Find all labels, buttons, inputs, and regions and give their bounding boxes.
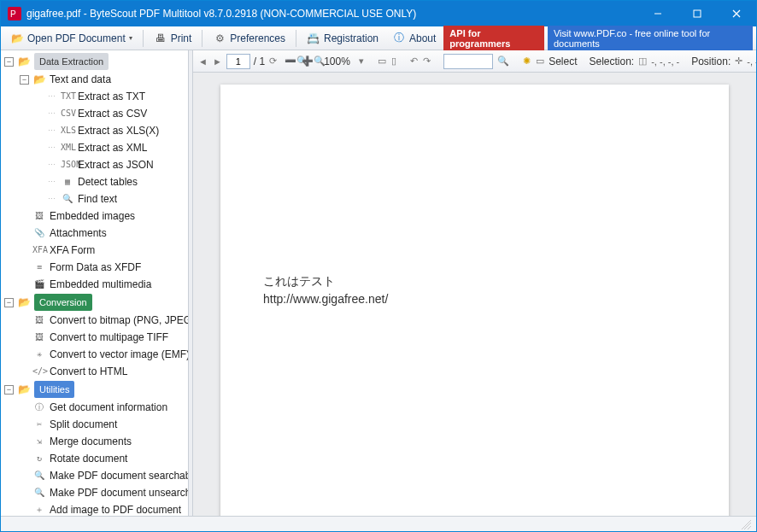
app-window: P gigafree.pdf - ByteScout PDF Multitool… <box>0 0 757 532</box>
document-toolbar: ◄ ► / 1 ⟳ ➖🔍 ➕🔍 100% ▾ ▭ ▯ ↶ ↷ 🔍 <box>193 50 756 73</box>
tree-item-convert-emf[interactable]: ✳Convert to vector image (EMF) <box>16 346 188 363</box>
find-button[interactable]: 🔍 <box>496 55 510 68</box>
open-pdf-button[interactable]: 📂 Open PDF Document ▾ <box>4 29 138 48</box>
maximize-button[interactable] <box>678 1 717 26</box>
tree-item-extract-json[interactable]: ⋯JSONExtract as JSON <box>32 156 188 173</box>
rotate-right-button[interactable]: ↷ <box>422 55 431 68</box>
tree-subcat-text-and-data[interactable]: − 📂 Text and data <box>16 71 188 88</box>
about-button[interactable]: ⓘ About <box>386 29 442 48</box>
xls-icon: XLS <box>61 123 74 138</box>
tree-item-detect-tables[interactable]: ⋯▦Detect tables <box>32 173 188 190</box>
print-icon: 🖶 <box>154 32 167 45</box>
category-label: Utilities <box>34 381 74 398</box>
document-viewport[interactable]: これはテスト http://www.gigafree.net/ 体的にテスト <box>193 73 756 516</box>
category-label: Conversion <box>34 294 92 311</box>
tree-item-extract-csv[interactable]: ⋯CSVExtract as CSV <box>32 105 188 122</box>
selection-mode-button[interactable]: ◫ <box>637 55 648 68</box>
next-page-button[interactable]: ► <box>212 55 223 68</box>
info-icon: ⓘ <box>32 400 46 415</box>
tree-item-embedded-multimedia[interactable]: 🎬Embedded multimedia <box>16 276 188 293</box>
tree-item-split[interactable]: ✂Split document <box>16 416 188 433</box>
tree-item-embedded-images[interactable]: 🖼Embedded images <box>16 208 188 225</box>
info-icon: ⓘ <box>392 32 406 45</box>
svg-rect-3 <box>694 10 701 17</box>
select-label: Select <box>549 56 577 67</box>
merge-icon: ⇲ <box>32 434 46 449</box>
selection-value: -, -, -, - <box>651 56 679 67</box>
split-icon: ✂ <box>32 417 46 432</box>
print-button[interactable]: 🖶 Print <box>148 29 198 48</box>
fit-width-button[interactable]: ▯ <box>390 55 397 68</box>
tree-item-make-unsearchable[interactable]: 🔍Make PDF document unsearchable <box>16 484 188 501</box>
folder-icon: 📂 <box>32 72 46 87</box>
highlight-button[interactable]: ✺ <box>522 55 531 68</box>
position-label: Position: <box>691 56 731 67</box>
tree-category-utilities[interactable]: − 📂 Utilities <box>1 380 188 399</box>
zoom-value: 100% <box>324 56 355 67</box>
doc-line-1: これはテスト <box>263 272 686 290</box>
resize-grip[interactable] <box>741 519 751 529</box>
selection-label: Selection: <box>589 56 634 67</box>
tiff-icon: 🖼 <box>32 330 46 345</box>
searchable-icon: 🔍 <box>32 468 46 483</box>
collapse-icon[interactable]: − <box>4 385 14 395</box>
sidebar: − 📂 Data Extraction − 📂 Text and data <box>1 50 189 516</box>
dropdown-arrow-icon: ▾ <box>129 34 132 42</box>
search-icon: 🔍 <box>61 191 74 207</box>
tree-item-convert-tiff[interactable]: 🖼Convert to multipage TIFF <box>16 329 188 346</box>
collapse-icon[interactable]: − <box>20 75 29 85</box>
tree-category-data-extraction[interactable]: − 📂 Data Extraction <box>1 52 188 71</box>
tree-item-rotate[interactable]: ↻Rotate document <box>16 450 188 467</box>
attachment-icon: 📎 <box>32 225 46 241</box>
search-input[interactable] <box>443 54 493 69</box>
about-label: About <box>409 32 436 44</box>
tree-item-attachments[interactable]: 📎Attachments <box>16 225 188 242</box>
subcat-label: Text and data <box>50 72 111 87</box>
tree-item-convert-html[interactable]: </>Convert to HTML <box>16 363 188 380</box>
zoom-dropdown[interactable]: ▾ <box>358 55 365 68</box>
tree-item-make-searchable[interactable]: 🔍Make PDF document searchable <box>16 467 188 484</box>
minimize-button[interactable] <box>638 1 678 26</box>
collapse-icon[interactable]: − <box>4 57 14 67</box>
json-icon: JSON <box>61 157 74 172</box>
folder-icon: 📂 <box>17 54 31 69</box>
select-tool-button[interactable]: ▭ <box>535 55 545 68</box>
gear-icon: ⚙ <box>213 32 226 45</box>
refresh-button[interactable]: ⟳ <box>268 55 278 68</box>
tree-item-add-image[interactable]: ＋Add image to PDF document <box>16 501 188 516</box>
tree-item-xfdf[interactable]: ≡Form Data as XFDF <box>16 259 188 276</box>
tree-item-find-text[interactable]: ⋯🔍Find text <box>32 190 188 208</box>
page-number-input[interactable] <box>226 54 250 69</box>
tree-item-extract-xml[interactable]: ⋯XMLExtract as XML <box>32 139 188 156</box>
tree-item-convert-bitmap[interactable]: 🖼Convert to bitmap (PNG, JPEG, ...) <box>16 312 188 329</box>
position-tool-button[interactable]: ✛ <box>734 55 743 68</box>
api-link[interactable]: API for programmers <box>443 26 544 51</box>
folder-icon: 📂 <box>17 295 31 310</box>
window-title: gigafree.pdf - ByteScout PDF Multitool v… <box>26 8 638 20</box>
html-icon: </> <box>32 364 46 379</box>
collapse-icon[interactable]: − <box>4 298 14 307</box>
bitmap-icon: 🖼 <box>32 313 46 328</box>
rotate-left-button[interactable]: ↶ <box>409 55 419 68</box>
prev-page-button[interactable]: ◄ <box>197 55 208 68</box>
zoom-in-button[interactable]: ➕🔍 <box>307 55 320 68</box>
preferences-button[interactable]: ⚙ Preferences <box>207 29 291 48</box>
tree-category-conversion[interactable]: − 📂 Conversion <box>1 293 188 312</box>
main-toolbar: 📂 Open PDF Document ▾ 🖶 Print ⚙ Preferen… <box>1 26 756 50</box>
category-label: Data Extraction <box>34 53 109 70</box>
registration-label: Registration <box>324 32 378 44</box>
tree-item-extract-xls[interactable]: ⋯XLSExtract as XLS(X) <box>32 122 188 139</box>
toolbar-separator <box>202 30 202 47</box>
table-icon: ▦ <box>61 174 74 190</box>
tree-item-merge[interactable]: ⇲Merge documents <box>16 433 188 450</box>
registration-button[interactable]: 📇 Registration <box>301 29 384 48</box>
pdfco-link[interactable]: Visit www.PDF.co - free online tool for … <box>548 26 753 51</box>
fit-page-button[interactable]: ▭ <box>377 55 387 68</box>
open-label: Open PDF Document <box>27 32 126 44</box>
tree-item-doc-info[interactable]: ⓘGet document information <box>16 399 188 416</box>
tree-item-extract-txt[interactable]: ⋯TXTExtract as TXT <box>32 88 188 105</box>
close-button[interactable] <box>717 1 756 26</box>
unsearchable-icon: 🔍 <box>32 485 46 500</box>
tree-item-xfa-form[interactable]: XFAXFA Form <box>16 242 188 259</box>
folder-icon: 📂 <box>17 382 31 397</box>
